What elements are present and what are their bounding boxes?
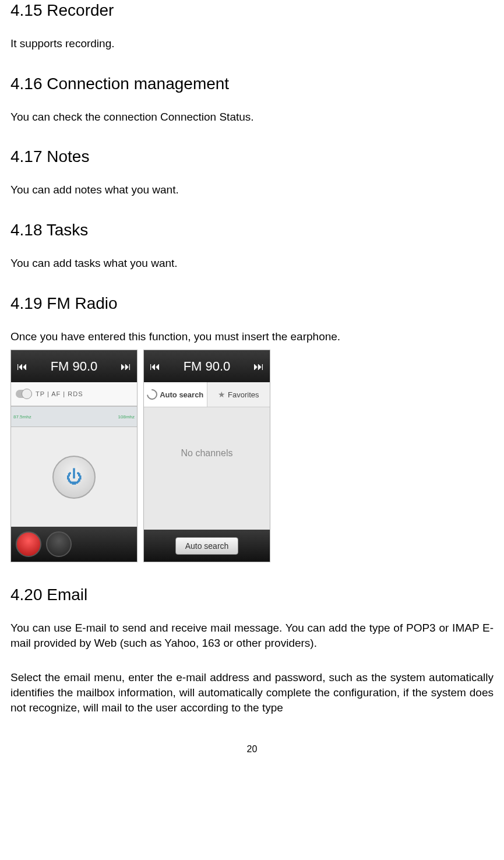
power-button[interactable]: ⏻	[52, 456, 96, 499]
body-4-19: Once you have entered this function, you…	[10, 329, 494, 344]
heading-4-17: 4.17 Notes	[10, 130, 494, 166]
heading-4-16: 4.16 Connection management	[10, 57, 494, 93]
fm-frequency-scale[interactable]: 87.5mhz 108mhz	[11, 406, 137, 427]
tab-fav-label: Favorites	[228, 390, 259, 399]
rds-label: TP | AF | RDS	[36, 390, 83, 397]
body-4-20-p2: Select the email menu, enter the e-mail …	[10, 670, 494, 715]
fm-rds-row: TP | AF | RDS	[11, 382, 137, 406]
fm-tuner-bar-2: ⏮ FM 90.0 ⏭	[144, 350, 270, 382]
scale-low-label: 87.5mhz	[13, 414, 31, 420]
tab-auto-search[interactable]: Auto search	[144, 382, 207, 407]
next-station-icon-2[interactable]: ⏭	[253, 361, 264, 372]
fm-search-row: Auto search	[144, 530, 270, 562]
fm-bottom-bar	[11, 527, 137, 562]
next-station-icon[interactable]: ⏭	[121, 361, 131, 372]
rds-toggle[interactable]	[16, 390, 32, 398]
tab-auto-label: Auto search	[160, 390, 203, 399]
document-page: 4.15 Recorder It supports recording. 4.1…	[0, 0, 504, 778]
body-4-20-p1: You can use E-mail to send and receive m…	[10, 621, 494, 650]
no-channels-area: No channels	[144, 407, 270, 530]
prev-station-icon[interactable]: ⏮	[17, 361, 27, 372]
body-4-16: You can check the connection Connection …	[10, 110, 494, 125]
heading-4-20: 4.20 Email	[10, 568, 494, 604]
fm-tuner-bar: ⏮ FM 90.0 ⏭	[11, 350, 137, 382]
fm-radio-figure: ⏮ FM 90.0 ⏭ TP | AF | RDS 87.5mhz 108mhz…	[10, 350, 494, 562]
secondary-button[interactable]	[46, 531, 72, 557]
prev-station-icon-2[interactable]: ⏮	[150, 361, 160, 372]
scale-high-label: 108mhz	[118, 414, 135, 420]
fm-frequency-label-2: FM 90.0	[160, 359, 253, 374]
body-4-18: You can add tasks what you want.	[10, 256, 494, 271]
heading-4-19: 4.19 FM Radio	[10, 277, 494, 313]
body-4-15: It supports recording.	[10, 36, 494, 51]
tab-favorites[interactable]: ★ Favorites	[207, 382, 270, 407]
auto-search-button[interactable]: Auto search	[175, 537, 239, 555]
fm-middle-area: ⏻	[11, 427, 137, 527]
fm-right-pane: ⏮ FM 90.0 ⏭ Auto search ★ Favorites No c…	[143, 350, 270, 562]
reload-icon	[144, 387, 159, 402]
heading-4-15: 4.15 Recorder	[10, 0, 494, 20]
heading-4-18: 4.18 Tasks	[10, 203, 494, 239]
record-button[interactable]	[16, 531, 41, 557]
fm-left-pane: ⏮ FM 90.0 ⏭ TP | AF | RDS 87.5mhz 108mhz…	[10, 350, 138, 562]
fm-frequency-label: FM 90.0	[27, 359, 121, 374]
power-icon: ⏻	[66, 467, 82, 487]
star-icon: ★	[218, 390, 225, 399]
body-4-17: You can add notes what you want.	[10, 182, 494, 198]
page-number: 20	[10, 744, 494, 755]
fm-tabs: Auto search ★ Favorites	[144, 382, 270, 407]
no-channels-label: No channels	[181, 448, 233, 459]
